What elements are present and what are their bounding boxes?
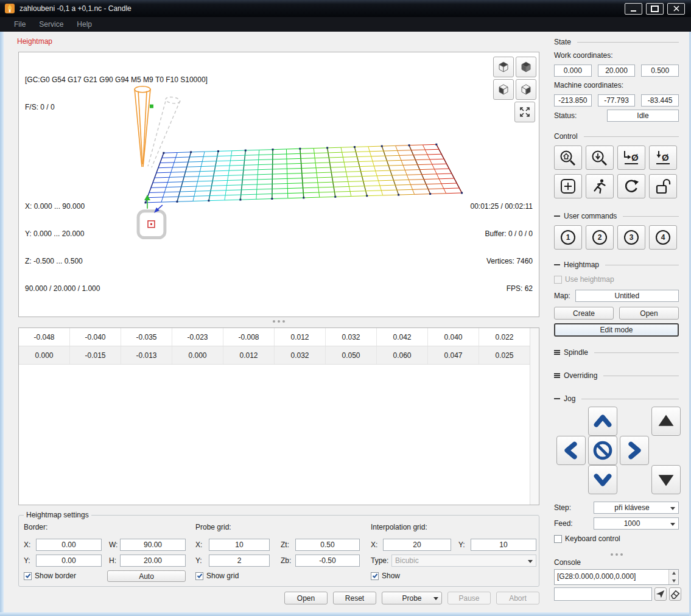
create-heightmap-button[interactable]: Create bbox=[554, 307, 614, 320]
table-cell[interactable]: -0.040 bbox=[70, 328, 121, 346]
step-select[interactable]: při klávese bbox=[594, 502, 679, 514]
unlock-button[interactable] bbox=[649, 174, 677, 198]
scroll-down-button[interactable] bbox=[669, 578, 678, 584]
jog-z-minus-button[interactable] bbox=[651, 465, 681, 494]
probe-zt-input[interactable] bbox=[295, 539, 360, 551]
table-cell[interactable]: -0.015 bbox=[70, 346, 121, 364]
jog-y-minus-button[interactable] bbox=[588, 465, 617, 494]
table-cell[interactable]: -0.048 bbox=[19, 328, 70, 346]
jog-stop-button[interactable] bbox=[588, 436, 617, 465]
table-cell[interactable]: 0.050 bbox=[326, 346, 377, 364]
console-input[interactable] bbox=[554, 587, 652, 601]
border-h-input[interactable] bbox=[120, 555, 186, 567]
user-command-1-button[interactable]: 1 bbox=[554, 225, 582, 250]
scroll-up-button[interactable] bbox=[669, 570, 678, 576]
border-x-input[interactable] bbox=[36, 539, 102, 551]
zero-xy-button[interactable]: Ø bbox=[617, 145, 645, 170]
reset-button[interactable]: Reset bbox=[333, 592, 376, 604]
open-heightmap-button[interactable]: Open bbox=[619, 307, 679, 320]
visualizer-panel[interactable]: [GC:G0 G54 G17 G21 G90 G94 M5 M9 T0 F10 … bbox=[18, 52, 539, 317]
minimize-button[interactable] bbox=[625, 3, 642, 15]
jog-group-header[interactable]: Jog bbox=[554, 394, 679, 403]
title-bar[interactable]: zahloubeni -0,1 a +0,1.nc - Candle bbox=[0, 0, 691, 17]
map-name-input[interactable] bbox=[575, 290, 679, 302]
feed-select[interactable]: 1000 bbox=[594, 517, 679, 530]
close-button[interactable] bbox=[667, 3, 685, 15]
table-cell[interactable]: -0.013 bbox=[121, 346, 172, 364]
view-isometric-button[interactable] bbox=[516, 57, 536, 77]
table-cell[interactable]: 0.022 bbox=[479, 328, 530, 346]
reset-button-panel[interactable] bbox=[617, 174, 645, 198]
edit-mode-button[interactable]: Edit mode bbox=[554, 323, 679, 337]
view-side-button[interactable] bbox=[516, 79, 536, 100]
bounds-x: X: 0.000 ... 90.000 bbox=[25, 202, 100, 211]
safe-position-button[interactable] bbox=[586, 174, 614, 198]
zero-z-button[interactable]: Ø bbox=[649, 145, 677, 170]
spindle-group-header[interactable]: Spindle bbox=[554, 348, 679, 357]
clear-console-button[interactable] bbox=[669, 587, 681, 601]
view-front-button[interactable] bbox=[493, 79, 514, 100]
view-top-button[interactable] bbox=[493, 57, 514, 77]
menu-file[interactable]: File bbox=[9, 18, 31, 30]
menu-help[interactable]: Help bbox=[71, 18, 97, 30]
jog-pad bbox=[554, 407, 681, 494]
table-cell[interactable]: 0.032 bbox=[275, 346, 326, 364]
z-probe-button[interactable] bbox=[586, 145, 614, 170]
menu-service[interactable]: Service bbox=[33, 18, 69, 30]
table-cell[interactable]: 0.060 bbox=[377, 346, 428, 364]
auto-button[interactable]: Auto bbox=[107, 570, 186, 582]
table-cell[interactable]: 0.025 bbox=[479, 346, 530, 364]
table-cell[interactable]: 0.047 bbox=[428, 346, 479, 364]
overriding-group-header[interactable]: Overriding bbox=[554, 371, 679, 380]
border-x-label: X: bbox=[24, 539, 30, 551]
horizontal-splitter[interactable] bbox=[18, 320, 539, 323]
table-cell[interactable]: 0.032 bbox=[326, 328, 377, 346]
svg-text:Ø: Ø bbox=[662, 152, 669, 163]
show-grid-checkbox[interactable]: Show grid bbox=[195, 572, 239, 580]
work-y-value: 20.000 bbox=[598, 65, 636, 77]
abort-button: Abort bbox=[496, 592, 539, 604]
panel-splitter[interactable] bbox=[554, 553, 679, 556]
interp-show-checkbox[interactable]: Show bbox=[371, 572, 400, 580]
table-cell[interactable]: 0.040 bbox=[428, 328, 479, 346]
restore-origin-button[interactable] bbox=[554, 174, 582, 198]
table-cell[interactable]: 0.012 bbox=[223, 346, 275, 364]
user-commands-group-header[interactable]: User commands bbox=[554, 212, 679, 220]
probe-y-input[interactable] bbox=[209, 555, 270, 567]
send-command-button[interactable] bbox=[654, 587, 667, 601]
console-scrollbar[interactable] bbox=[668, 570, 678, 584]
border-y-input[interactable] bbox=[36, 555, 102, 567]
fit-view-button[interactable] bbox=[514, 102, 535, 122]
home-button[interactable] bbox=[554, 145, 582, 170]
table-cell[interactable]: -0.035 bbox=[121, 328, 172, 346]
table-cell[interactable]: -0.023 bbox=[172, 328, 223, 346]
border-w-input[interactable] bbox=[120, 539, 186, 551]
jog-x-minus-button[interactable] bbox=[556, 436, 586, 465]
interp-y-input[interactable] bbox=[471, 539, 536, 551]
table-cell[interactable]: 0.042 bbox=[377, 328, 428, 346]
interp-x-input[interactable] bbox=[383, 539, 451, 551]
jog-y-plus-button[interactable] bbox=[588, 407, 617, 436]
user-command-2-button[interactable]: 2 bbox=[586, 225, 614, 250]
user-command-3-button[interactable]: 3 bbox=[617, 225, 645, 250]
show-border-checkbox[interactable]: Show border bbox=[24, 572, 76, 580]
table-cell[interactable]: -0.008 bbox=[223, 328, 275, 346]
interp-type-label: Type: bbox=[371, 555, 388, 567]
table-cell[interactable]: 0.000 bbox=[172, 346, 223, 364]
table-cell[interactable]: 0.000 bbox=[19, 346, 70, 364]
probe-x-input[interactable] bbox=[209, 539, 270, 551]
work-coordinates-row: 0.000 20.000 0.500 bbox=[554, 65, 679, 77]
open-button[interactable]: Open bbox=[284, 592, 328, 604]
table-scrollbar[interactable] bbox=[530, 328, 539, 505]
probe-button[interactable]: Probe bbox=[382, 592, 442, 604]
probe-zb-input[interactable] bbox=[295, 555, 360, 567]
heightmap-table[interactable]: -0.048 -0.040 -0.035 -0.023 -0.008 0.012… bbox=[18, 327, 539, 505]
maximize-button[interactable] bbox=[646, 3, 664, 15]
console-label: Console bbox=[554, 558, 679, 567]
table-cell[interactable]: 0.012 bbox=[275, 328, 326, 346]
jog-z-plus-button[interactable] bbox=[651, 407, 681, 436]
keyboard-control-checkbox[interactable]: Keyboard control bbox=[554, 534, 679, 543]
user-command-4-button[interactable]: 4 bbox=[649, 225, 677, 250]
jog-x-plus-button[interactable] bbox=[620, 436, 649, 465]
heightmap-group-header[interactable]: Heightmap bbox=[554, 261, 679, 269]
